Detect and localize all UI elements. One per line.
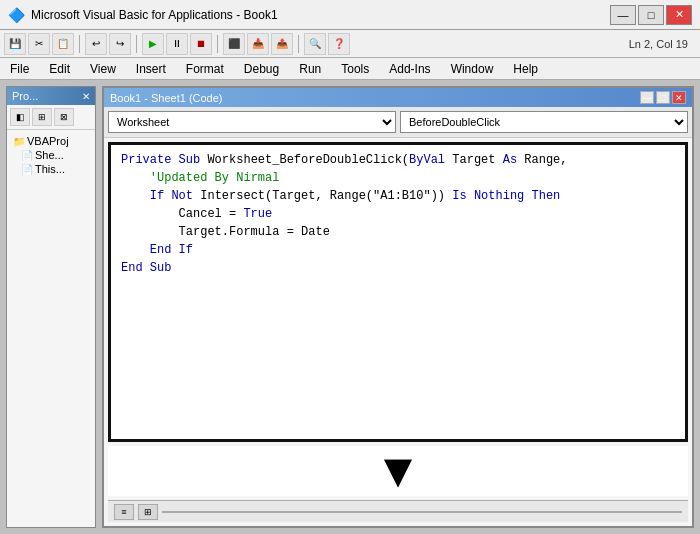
menu-addins[interactable]: Add-Ins <box>385 60 434 78</box>
toolbar-save[interactable]: 💾 <box>4 33 26 55</box>
toolbar-help[interactable]: ❓ <box>328 33 350 55</box>
menu-help[interactable]: Help <box>509 60 542 78</box>
bottom-bar: ≡ ⊞ <box>108 500 688 522</box>
title-controls: — □ ✕ <box>610 5 692 25</box>
left-panel-toolbar: ◧ ⊞ ⊠ <box>7 105 95 130</box>
menu-bar: File Edit View Insert Format Debug Run T… <box>0 58 700 80</box>
procedure-dropdown-wrapper: BeforeDoubleClick Activate BeforeRightCl… <box>400 111 688 133</box>
left-view-btn1[interactable]: ◧ <box>10 108 30 126</box>
maximize-button[interactable]: □ <box>638 5 664 25</box>
toolbar: 💾 ✂ 📋 ↩ ↪ ▶ ⏸ ⏹ ⬛ 📥 📤 🔍 ❓ Ln 2, Col 19 <box>0 30 700 58</box>
bottom-separator <box>162 511 682 513</box>
tree-this[interactable]: 📄 This... <box>11 162 91 176</box>
object-dropdown-wrapper: Worksheet (General) <box>108 111 396 133</box>
object-dropdown[interactable]: Worksheet (General) <box>108 111 396 133</box>
toolbar-stop[interactable]: ⏹ <box>190 33 212 55</box>
tree-icon-vba: 📁 <box>13 136 25 147</box>
menu-run[interactable]: Run <box>295 60 325 78</box>
toolbar-cut[interactable]: ✂ <box>28 33 50 55</box>
menu-edit[interactable]: Edit <box>45 60 74 78</box>
down-arrow-icon: ▼ <box>374 447 422 495</box>
toolbar-sep1 <box>79 35 80 53</box>
toolbar-redo[interactable]: ↪ <box>109 33 131 55</box>
left-panel: Pro... ✕ ◧ ⊞ ⊠ 📁 VBAProj 📄 She... 📄 This… <box>6 86 96 528</box>
app-icon: 🔷 <box>8 7 25 23</box>
tree-vbaproject[interactable]: 📁 VBAProj <box>11 134 91 148</box>
dropdowns-row: Worksheet (General) BeforeDoubleClick Ac… <box>104 107 692 138</box>
cw-minimize-button[interactable]: — <box>640 91 654 104</box>
tree-icon-this: 📄 <box>21 164 33 175</box>
menu-window[interactable]: Window <box>447 60 498 78</box>
menu-debug[interactable]: Debug <box>240 60 283 78</box>
toolbar-import[interactable]: 📥 <box>247 33 269 55</box>
left-panel-title: Pro... ✕ <box>7 87 95 105</box>
code-window: Book1 - Sheet1 (Code) — □ ✕ Worksheet (G… <box>102 86 694 528</box>
close-button[interactable]: ✕ <box>666 5 692 25</box>
title-text: Microsoft Visual Basic for Applications … <box>31 8 278 22</box>
toolbar-undo[interactable]: ↩ <box>85 33 107 55</box>
left-panel-label: Pro... <box>12 90 38 102</box>
arrow-container: ▼ <box>108 446 688 496</box>
view-code-button[interactable]: ≡ <box>114 504 134 520</box>
menu-format[interactable]: Format <box>182 60 228 78</box>
left-view-btn3[interactable]: ⊠ <box>54 108 74 126</box>
toolbar-export[interactable]: 📤 <box>271 33 293 55</box>
project-tree: 📁 VBAProj 📄 She... 📄 This... <box>7 130 95 527</box>
main-area: Pro... ✕ ◧ ⊞ ⊠ 📁 VBAProj 📄 She... 📄 This… <box>0 80 700 534</box>
toolbar-sep4 <box>298 35 299 53</box>
tree-sheet[interactable]: 📄 She... <box>11 148 91 162</box>
status-indicator: Ln 2, Col 19 <box>629 38 696 50</box>
menu-view[interactable]: View <box>86 60 120 78</box>
toolbar-run[interactable]: ▶ <box>142 33 164 55</box>
left-view-btn2[interactable]: ⊞ <box>32 108 52 126</box>
cw-maximize-button[interactable]: □ <box>656 91 670 104</box>
code-window-title: Book1 - Sheet1 (Code) — □ ✕ <box>104 88 692 107</box>
menu-file[interactable]: File <box>6 60 33 78</box>
toolbar-find[interactable]: 🔍 <box>304 33 326 55</box>
tree-label-this: This... <box>35 163 65 175</box>
title-bar: 🔷 Microsoft Visual Basic for Application… <box>0 0 700 30</box>
menu-insert[interactable]: Insert <box>132 60 170 78</box>
minimize-button[interactable]: — <box>610 5 636 25</box>
procedure-dropdown[interactable]: BeforeDoubleClick Activate BeforeRightCl… <box>400 111 688 133</box>
code-window-title-text: Book1 - Sheet1 (Code) <box>110 92 223 104</box>
tree-label-vba: VBAProj <box>27 135 69 147</box>
menu-tools[interactable]: Tools <box>337 60 373 78</box>
toolbar-breakpoint[interactable]: ⬛ <box>223 33 245 55</box>
cw-close-button[interactable]: ✕ <box>672 91 686 104</box>
toolbar-pause[interactable]: ⏸ <box>166 33 188 55</box>
view-object-button[interactable]: ⊞ <box>138 504 158 520</box>
code-area[interactable]: Private Sub Worksheet_BeforeDoubleClick(… <box>108 142 688 442</box>
tree-label-sheet: She... <box>35 149 64 161</box>
toolbar-copy[interactable]: 📋 <box>52 33 74 55</box>
tree-icon-sheet: 📄 <box>21 150 33 161</box>
code-window-title-controls: — □ ✕ <box>640 91 686 104</box>
left-panel-close[interactable]: ✕ <box>82 91 90 102</box>
toolbar-sep3 <box>217 35 218 53</box>
toolbar-sep2 <box>136 35 137 53</box>
title-left: 🔷 Microsoft Visual Basic for Application… <box>8 7 278 23</box>
